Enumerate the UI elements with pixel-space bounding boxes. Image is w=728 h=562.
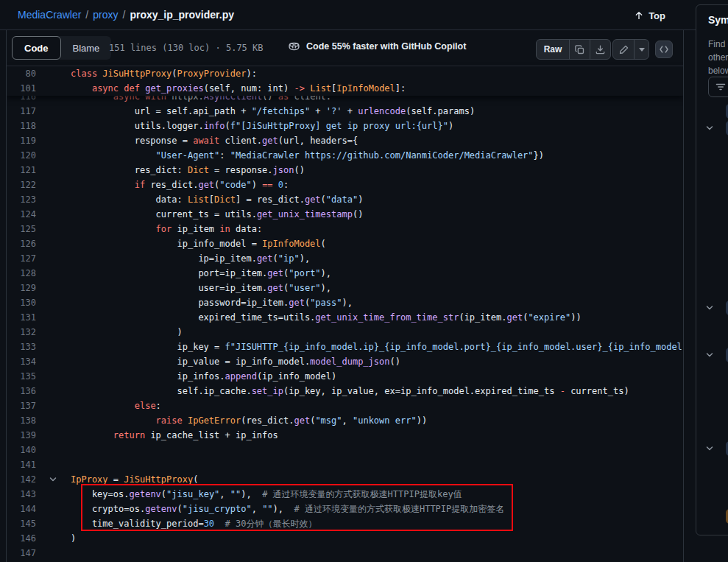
code-lines: 116 async with httpx.AsyncClient() as cl…: [7, 89, 683, 561]
code-text: ): [71, 531, 76, 546]
copy-raw-button[interactable]: [569, 40, 590, 59]
line-number[interactable]: 137: [7, 398, 36, 413]
code-area: 80class JiSuHttpProxy(ProxyProvider):101…: [7, 66, 683, 562]
symbol-row[interactable]: [696, 119, 728, 137]
code-text: key=os.getenv("jisu_key", ""), # 通过环境变量的…: [71, 487, 462, 502]
line-number[interactable]: 141: [7, 457, 36, 472]
symbols-panel-title: Symbols: [708, 14, 728, 26]
line-number[interactable]: 123: [7, 192, 36, 207]
file-toolbar: Code Blame 151 lines (130 loc) · 5.75 KB…: [7, 30, 683, 66]
line-number[interactable]: 80: [7, 66, 36, 81]
line-number[interactable]: 138: [7, 413, 36, 428]
symbol-row[interactable]: [696, 299, 728, 317]
code-line: 137 else:: [7, 398, 683, 413]
edit-dropdown-button[interactable]: [634, 40, 649, 59]
line-number[interactable]: 118: [7, 119, 36, 133]
code-text: async def get_proxies(self, num: int) ->…: [71, 81, 406, 96]
back-to-top-label: Top: [649, 10, 665, 21]
code-text: "User-Agent": "MediaCrawler https://gith…: [71, 148, 544, 163]
chevron-down-icon[interactable]: [704, 302, 715, 314]
tab-blame[interactable]: Blame: [61, 36, 112, 60]
line-number[interactable]: 143: [7, 487, 36, 502]
code-line: 133 ip_key = f"JISUHTTP_{ip_info_model.i…: [7, 340, 683, 354]
line-number[interactable]: 131: [7, 310, 36, 325]
code-line: 134 ip_value = ip_info_model.model_dump_…: [7, 354, 683, 369]
symbol-row[interactable]: [696, 346, 728, 364]
collapse-chevron-icon[interactable]: [47, 474, 59, 485]
code-line: 101 async def get_proxies(self, num: int…: [7, 81, 683, 96]
code-line: 120 "User-Agent": "MediaCrawler https://…: [7, 148, 683, 163]
code-text: IpProxy = JiSuHttpProxy(: [71, 472, 198, 487]
code-text: if res_dict.get("code") == 0:: [71, 178, 289, 192]
code-line: 118 utils.logger.info(f"[JiSuHttpProxy] …: [7, 119, 683, 133]
line-number[interactable]: 127: [7, 251, 36, 266]
code-text: class JiSuHttpProxy(ProxyProvider):: [71, 66, 257, 81]
line-number[interactable]: 132: [7, 325, 36, 340]
symbol-row[interactable]: [696, 507, 728, 525]
file-meta-info: 151 lines (130 loc) · 5.75 KB: [109, 43, 264, 53]
chevron-down-icon[interactable]: [704, 443, 715, 454]
line-number[interactable]: 134: [7, 354, 36, 369]
line-number[interactable]: 144: [7, 502, 36, 516]
filter-symbols-input[interactable]: [708, 77, 728, 97]
download-raw-button[interactable]: [590, 40, 610, 59]
line-number[interactable]: 124: [7, 207, 36, 222]
line-number[interactable]: 147: [7, 546, 36, 561]
line-number[interactable]: 142: [7, 472, 36, 487]
code-text: response = await client.get(url, headers…: [71, 133, 358, 148]
symbols-panel: Symbols Find definitions and references …: [696, 4, 728, 535]
chevron-down-icon[interactable]: [704, 122, 715, 134]
line-number[interactable]: 140: [7, 443, 36, 457]
code-text: password=ip_item.get("pass"),: [71, 295, 353, 310]
line-number[interactable]: 121: [7, 163, 36, 178]
code-line: 80class JiSuHttpProxy(ProxyProvider):: [7, 66, 683, 81]
line-number[interactable]: 126: [7, 236, 36, 251]
code-line: 126 ip_info_model = IpInfoModel(: [7, 236, 683, 251]
code-text: user=ip_item.get("user"),: [71, 281, 331, 295]
line-number[interactable]: 146: [7, 531, 36, 546]
edit-file-button[interactable]: [613, 40, 634, 59]
tab-code[interactable]: Code: [12, 36, 61, 60]
symbol-row[interactable]: [696, 102, 728, 120]
breadcrumb-separator: /: [118, 9, 130, 21]
raw-button[interactable]: Raw: [537, 40, 569, 59]
pencil-icon: [618, 44, 629, 55]
line-number[interactable]: 135: [7, 369, 36, 384]
symbol-row[interactable]: [696, 440, 728, 457]
copilot-icon: [288, 40, 300, 52]
line-number[interactable]: 130: [7, 295, 36, 310]
code-line: 125 for ip_item in data:: [7, 222, 683, 236]
code-text: self.ip_cache.set_ip(ip_key, ip_value, e…: [71, 384, 629, 398]
copilot-banner[interactable]: Code 55% faster with GitHub Copilot: [288, 40, 466, 52]
copy-icon: [574, 44, 585, 55]
line-number[interactable]: 136: [7, 384, 36, 398]
line-number[interactable]: 125: [7, 222, 36, 236]
code-brackets-icon: [660, 46, 668, 53]
code-text: for ip_item in data:: [71, 222, 262, 236]
back-to-top-button[interactable]: Top: [628, 6, 671, 25]
breadcrumb-folder-link[interactable]: proxy: [93, 9, 118, 21]
breadcrumb-bar: MediaCrawler/proxy/proxy_ip_provider.py …: [0, 0, 696, 30]
symbols-panel-toggle-button[interactable]: [655, 41, 673, 58]
line-number[interactable]: 120: [7, 148, 36, 163]
line-number[interactable]: 128: [7, 266, 36, 281]
filter-icon: [715, 81, 727, 93]
line-number[interactable]: 133: [7, 340, 36, 354]
chevron-down-icon[interactable]: [704, 349, 715, 361]
caret-down-icon: [639, 48, 645, 52]
breadcrumb-separator: /: [81, 9, 93, 21]
code-text: time_validity_period=30 # 30分钟（最长时效）: [71, 516, 317, 531]
line-number[interactable]: 101: [7, 81, 36, 96]
line-number[interactable]: 139: [7, 428, 36, 443]
code-line: 142IpProxy = JiSuHttpProxy(: [7, 472, 683, 487]
code-line: 144 crypto=os.getenv("jisu_crypto", ""),…: [7, 502, 683, 516]
line-number[interactable]: 122: [7, 178, 36, 192]
raw-actions-group: Raw: [536, 39, 611, 60]
code-line: 124 current_ts = utils.get_unix_timestam…: [7, 207, 683, 222]
code-line: 130 password=ip_item.get("pass"),: [7, 295, 683, 310]
line-number[interactable]: 119: [7, 133, 36, 148]
line-number[interactable]: 129: [7, 281, 36, 295]
line-number[interactable]: 145: [7, 516, 36, 531]
breadcrumb-repo-link[interactable]: MediaCrawler: [18, 9, 81, 21]
line-number[interactable]: 117: [7, 104, 36, 119]
